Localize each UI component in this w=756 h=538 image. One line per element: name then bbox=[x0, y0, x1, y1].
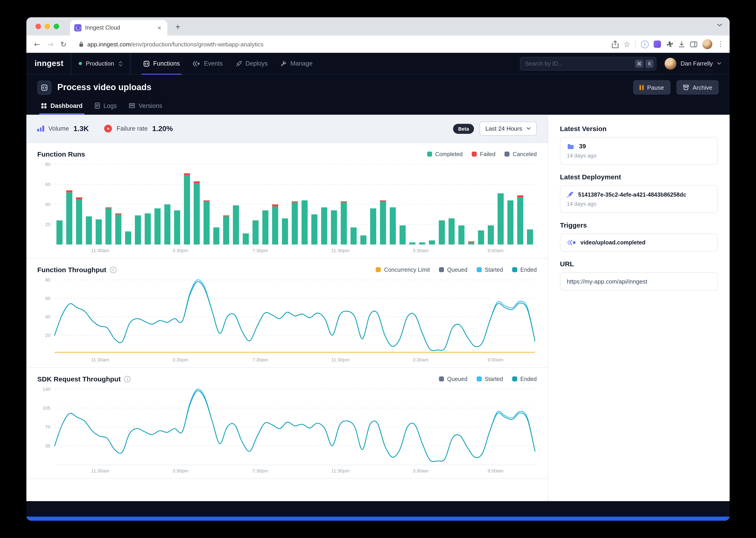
svg-text:9:00am: 9:00am bbox=[488, 357, 503, 362]
sdk-request-throughput-chart: 357010514011:30am3:30pm7:30pm11:30pm3:30… bbox=[37, 385, 537, 476]
archive-button[interactable]: Archive bbox=[676, 80, 719, 95]
time-range-dropdown[interactable]: Last 24 Hours bbox=[479, 122, 537, 135]
nav-item-deploys[interactable]: Deploys bbox=[231, 53, 272, 75]
browser-tab[interactable]: Inngest Cloud × bbox=[70, 20, 167, 35]
tab-logs[interactable]: Logs bbox=[91, 96, 120, 115]
time-range-label: Last 24 Hours bbox=[485, 125, 522, 132]
legend-label: Completed bbox=[435, 151, 463, 157]
close-window-button[interactable] bbox=[35, 24, 41, 29]
legend-swatch bbox=[504, 152, 509, 157]
legend-item-failed[interactable]: Failed bbox=[472, 151, 496, 157]
dashboard-icon bbox=[41, 103, 47, 109]
bookmark-star-icon[interactable]: ☆ bbox=[624, 40, 631, 49]
minimize-window-button[interactable] bbox=[45, 24, 50, 29]
svg-text:80: 80 bbox=[45, 277, 51, 283]
legend-label: Ended bbox=[520, 266, 537, 273]
chart-title: Function Throughput bbox=[37, 266, 106, 274]
legend-item-started[interactable]: Started bbox=[477, 376, 503, 382]
triggers-heading: Triggers bbox=[560, 221, 718, 229]
legend-swatch bbox=[512, 267, 517, 272]
chart-title: SDK Request Throughput bbox=[37, 375, 121, 383]
address-bar[interactable]: app.inngest.com/env/production/functions… bbox=[73, 38, 608, 51]
details-sidebar: Latest Version 39 14 days ago Latest Dep… bbox=[548, 115, 730, 501]
function-throughput-section: Function Throughput i Concurrency Limit … bbox=[26, 258, 548, 368]
legend-item-queued[interactable]: Queued bbox=[439, 266, 467, 273]
legend-label: Queued bbox=[447, 376, 467, 382]
failure-rate-stat: × Failure rate 1.20% bbox=[104, 125, 173, 133]
legend-swatch bbox=[376, 267, 381, 272]
download-icon[interactable] bbox=[678, 41, 685, 48]
svg-text:7:30pm: 7:30pm bbox=[252, 357, 268, 362]
volume-stat: Volume 1.3K bbox=[37, 125, 89, 133]
info-icon[interactable]: i bbox=[110, 266, 116, 273]
tab-versions[interactable]: Versions bbox=[125, 96, 166, 115]
legend-item-ended[interactable]: Ended bbox=[512, 266, 537, 273]
svg-text:20: 20 bbox=[45, 222, 51, 227]
function-icon bbox=[37, 81, 51, 94]
nav-item-events[interactable]: Events bbox=[188, 53, 227, 75]
new-tab-button[interactable]: + bbox=[172, 21, 184, 33]
dashboard-content: Volume 1.3K × Failure rate 1.20% Beta La… bbox=[26, 115, 548, 501]
legend-swatch bbox=[512, 376, 517, 381]
lock-icon bbox=[79, 41, 84, 47]
window-controls bbox=[35, 17, 59, 35]
chevron-updown-icon bbox=[118, 60, 123, 67]
legend-swatch bbox=[439, 267, 444, 272]
stats-bar: Volume 1.3K × Failure rate 1.20% Beta La… bbox=[26, 115, 548, 143]
user-menu[interactable]: Dan Farrelly bbox=[665, 58, 722, 70]
legend-item-concurrency[interactable]: Concurrency Limit bbox=[376, 266, 430, 273]
legend-item-started[interactable]: Started bbox=[477, 266, 503, 273]
legend-swatch bbox=[477, 267, 482, 272]
side-panel-icon[interactable] bbox=[690, 41, 697, 47]
latest-version-value: 39 bbox=[579, 143, 586, 150]
legend-item-completed[interactable]: Completed bbox=[427, 151, 463, 157]
pause-label: Pause bbox=[647, 84, 664, 91]
browser-menu-icon[interactable]: ⋮ bbox=[717, 40, 724, 48]
legend-item-queued[interactable]: Queued bbox=[439, 376, 467, 382]
back-icon[interactable]: ← bbox=[31, 38, 43, 50]
share-icon[interactable] bbox=[612, 40, 619, 48]
tab-label: Dashboard bbox=[51, 102, 82, 109]
failure-x-icon: × bbox=[104, 125, 112, 133]
url-value: https://my-app.com/api/inngest bbox=[567, 278, 711, 285]
logs-icon bbox=[94, 102, 100, 109]
reload-icon[interactable]: ↻ bbox=[57, 38, 70, 50]
volume-label: Volume bbox=[48, 125, 69, 132]
extension-icon[interactable]: i bbox=[641, 40, 649, 48]
screen: Inngest Cloud × + ← → ↻ app.inngest.com/… bbox=[0, 0, 756, 538]
main-nav: Functions Events Deploys Manage bbox=[139, 53, 317, 75]
svg-text:20: 20 bbox=[45, 333, 51, 338]
inngest-logo[interactable]: inngest bbox=[34, 59, 64, 68]
legend-label: Failed bbox=[480, 151, 496, 157]
inngest-favicon-icon bbox=[74, 24, 81, 31]
close-tab-icon[interactable]: × bbox=[156, 24, 163, 31]
extensions-puzzle-icon[interactable] bbox=[666, 40, 673, 48]
nav-item-manage[interactable]: Manage bbox=[276, 53, 317, 75]
fullscreen-window-button[interactable] bbox=[54, 24, 59, 29]
tab-label: Logs bbox=[104, 102, 117, 109]
forward-icon[interactable]: → bbox=[44, 38, 56, 50]
browser-actions: ☆ i ⋮ bbox=[612, 39, 725, 49]
svg-text:40: 40 bbox=[45, 314, 51, 319]
legend-item-canceled[interactable]: Canceled bbox=[504, 151, 537, 157]
latest-version-card: 39 14 days ago bbox=[560, 137, 718, 165]
browser-profile-avatar[interactable] bbox=[702, 39, 712, 49]
legend-item-ended[interactable]: Ended bbox=[512, 376, 537, 382]
tab-dashboard[interactable]: Dashboard bbox=[37, 96, 86, 115]
pause-button[interactable]: Pause bbox=[634, 80, 671, 95]
svg-text:80: 80 bbox=[45, 162, 51, 167]
page-title: Process video uploads bbox=[57, 82, 628, 92]
search-input[interactable] bbox=[525, 60, 633, 67]
info-icon[interactable]: i bbox=[124, 376, 131, 382]
latest-deployment-card[interactable]: 5141387e-35c2-4efe-a421-4843b86258dc 14 … bbox=[560, 185, 718, 213]
svg-text:40: 40 bbox=[45, 202, 51, 207]
legend-label: Started bbox=[485, 376, 503, 382]
environment-selector[interactable]: Production bbox=[71, 53, 130, 75]
nav-item-functions[interactable]: Functions bbox=[139, 53, 184, 75]
section-header: Function Runs Completed Failed Canceled bbox=[37, 150, 537, 158]
search-box[interactable]: ⌘ K bbox=[520, 57, 656, 70]
tab-search-icon[interactable] bbox=[717, 23, 722, 27]
svg-text:3:30pm: 3:30pm bbox=[172, 357, 188, 362]
extension-icon[interactable] bbox=[654, 40, 661, 48]
function-runs-section: Function Runs Completed Failed Canceled … bbox=[26, 143, 548, 258]
